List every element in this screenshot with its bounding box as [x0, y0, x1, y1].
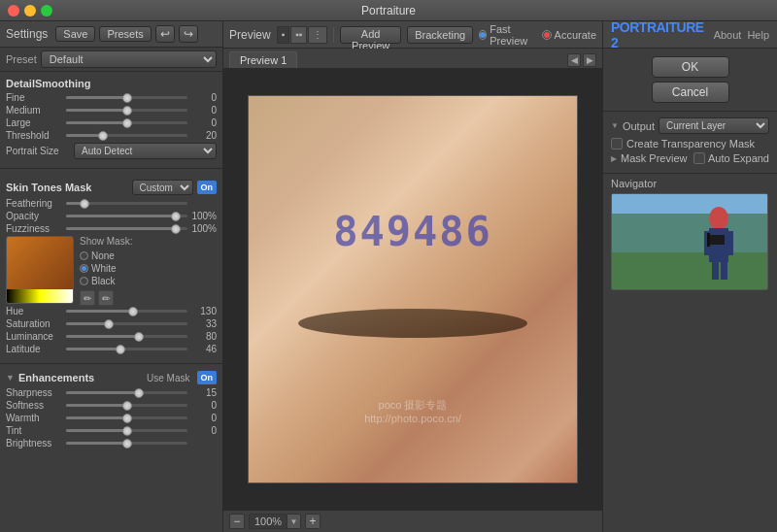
warmth-value: 0	[189, 413, 217, 423]
sharpness-slider[interactable]	[66, 391, 187, 394]
radio-black[interactable]	[80, 277, 88, 285]
feathering-label: Feathering	[6, 198, 64, 209]
medium-slider[interactable]	[66, 109, 187, 112]
hue-label: Hue	[6, 306, 64, 316]
enhancements-title: Enhancements	[18, 372, 94, 383]
enhancements-header: ▼ Enhancements Use Mask On	[6, 371, 217, 384]
left-toolbar: Settings Save Presets ↩ ↪	[0, 21, 222, 48]
softness-slider-row: Softness 0	[6, 400, 217, 411]
softness-slider[interactable]	[66, 404, 187, 407]
titlebar: Portraiture	[0, 0, 777, 21]
ok-button[interactable]: OK	[652, 56, 729, 78]
luminance-slider[interactable]	[66, 335, 187, 338]
multi-view-btn[interactable]: ⋮	[308, 26, 327, 44]
saturation-value: 33	[189, 318, 217, 329]
softness-label: Softness	[6, 400, 64, 411]
create-transparency-checkbox[interactable]	[611, 138, 623, 150]
auto-expand-checkbox[interactable]	[693, 152, 705, 164]
bracketing-button[interactable]: Bracketing	[407, 26, 473, 44]
minimize-button[interactable]	[24, 5, 36, 17]
large-slider[interactable]	[66, 121, 187, 124]
saturation-slider-row: Saturation 33	[6, 318, 217, 329]
mask-preview-collapse[interactable]: ▶	[611, 154, 617, 163]
eyedropper-add-btn[interactable]: ✏	[80, 290, 95, 306]
svg-rect-6	[724, 231, 733, 255]
warmth-slider[interactable]	[66, 416, 187, 419]
tint-value: 0	[189, 425, 217, 436]
tint-slider[interactable]	[66, 429, 187, 432]
hue-slider[interactable]	[66, 310, 187, 313]
accurate-option[interactable]: Accurate	[542, 29, 596, 41]
presets-button[interactable]: Presets	[99, 26, 151, 42]
hue-slider-row: Hue 130	[6, 306, 217, 316]
preview-tab-1[interactable]: Preview 1	[229, 51, 297, 68]
accurate-radio[interactable]	[542, 30, 552, 40]
opacity-slider-row: Opacity 100%	[6, 211, 217, 221]
zoom-controls: 100% ▼	[249, 514, 301, 529]
eyedropper-remove-btn[interactable]: ✏	[98, 290, 114, 306]
redo-button[interactable]: ↪	[179, 25, 198, 43]
close-button[interactable]	[8, 5, 19, 17]
svg-rect-1	[612, 252, 768, 290]
sharpness-label: Sharpness	[6, 387, 64, 398]
radio-white-row[interactable]: White	[80, 263, 132, 274]
eyedropper-row: ✏ ✏	[80, 290, 132, 306]
multi-view-icon: ⋮	[313, 29, 322, 40]
enhancements-collapse-arrow[interactable]: ▼	[6, 373, 15, 382]
opacity-label: Opacity	[6, 211, 64, 221]
radio-white[interactable]	[80, 264, 88, 273]
output-label: Output	[623, 120, 655, 132]
enhancements-on-badge[interactable]: On	[197, 371, 218, 384]
zoom-out-button[interactable]: −	[229, 514, 245, 529]
create-transparency-label: Create Transparency Mask	[626, 138, 755, 150]
output-select[interactable]: Current Layer	[659, 117, 769, 134]
fine-slider[interactable]	[66, 96, 187, 99]
tab-next-btn[interactable]: ▶	[583, 53, 596, 67]
saturation-slider[interactable]	[66, 322, 187, 325]
radio-black-row[interactable]: Black	[80, 276, 132, 286]
svg-rect-2	[612, 214, 768, 252]
preview-bottom-bar: − 100% ▼ +	[223, 510, 602, 532]
accurate-label: Accurate	[555, 29, 596, 41]
svg-rect-9	[712, 260, 719, 280]
output-collapse-arrow[interactable]: ▼	[611, 121, 619, 130]
zoom-level[interactable]: 100%	[249, 514, 287, 529]
portrait-size-select[interactable]: Auto Detect	[74, 143, 217, 159]
skin-tone-custom-select[interactable]: Custom	[132, 180, 193, 195]
help-link[interactable]: Help	[747, 29, 769, 41]
divider-2	[0, 363, 222, 364]
zoom-in-button[interactable]: +	[305, 514, 321, 529]
hue-value: 130	[189, 306, 217, 316]
fuzziness-slider-row: Fuzziness 100%	[6, 223, 217, 234]
saturation-label: Saturation	[6, 318, 64, 329]
single-view-icon: ▪	[282, 29, 286, 40]
about-link[interactable]: About	[714, 29, 742, 41]
preset-select[interactable]: Default	[41, 50, 217, 68]
tab-prev-btn[interactable]: ◀	[567, 53, 581, 67]
fast-preview-option[interactable]: Fast Preview	[479, 23, 535, 47]
brightness-slider[interactable]	[66, 442, 187, 445]
overlay-number: 849486	[333, 208, 492, 255]
single-view-btn[interactable]: ▪	[277, 26, 290, 44]
preview-area: 849486 poco 摄影专题 http://photo.poco.cn/	[223, 69, 602, 510]
radio-none[interactable]	[80, 251, 88, 260]
undo-button[interactable]: ↩	[155, 25, 175, 43]
show-mask-panel: Show Mask: None White Black ✏	[80, 236, 132, 306]
cancel-button[interactable]: Cancel	[652, 82, 729, 103]
add-preview-button[interactable]: Add Preview	[340, 26, 401, 44]
opacity-slider[interactable]	[66, 215, 187, 217]
threshold-value: 20	[189, 130, 217, 141]
radio-none-row[interactable]: None	[80, 250, 132, 261]
skin-tones-on-badge[interactable]: On	[197, 181, 218, 194]
save-button[interactable]: Save	[55, 26, 95, 42]
portrait-size-row: Portrait Size Auto Detect	[6, 143, 217, 159]
fast-preview-radio[interactable]	[479, 30, 487, 40]
threshold-slider[interactable]	[66, 134, 187, 137]
zoom-dropdown-btn[interactable]: ▼	[287, 514, 301, 529]
maximize-button[interactable]	[41, 5, 52, 17]
feathering-slider[interactable]	[66, 202, 187, 205]
fuzziness-slider[interactable]	[66, 227, 187, 230]
split-view-btn[interactable]: ▪▪	[290, 26, 307, 44]
latitude-slider[interactable]	[66, 348, 187, 350]
color-picker[interactable]	[6, 236, 74, 304]
